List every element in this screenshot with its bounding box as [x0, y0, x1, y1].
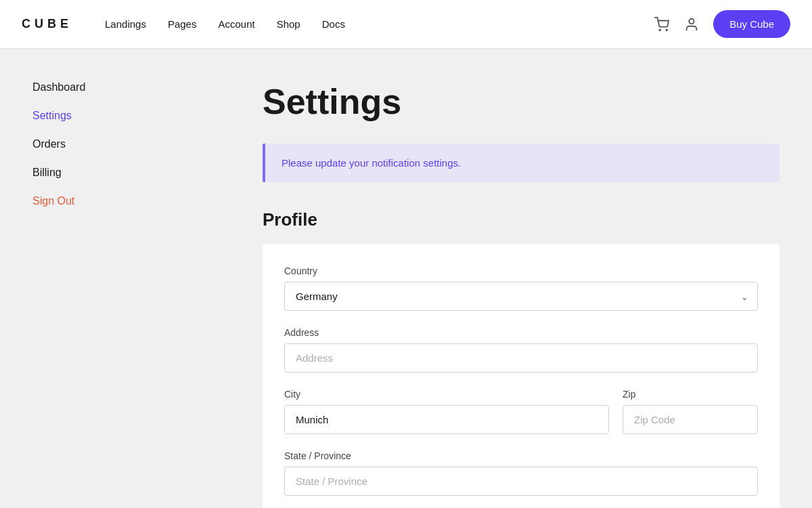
page-layout: Dashboard Settings Orders Billing Sign O…: [0, 49, 812, 508]
state-input[interactable]: [284, 467, 758, 496]
address-input[interactable]: [284, 343, 758, 373]
profile-form-card: Country Germany United States United Kin…: [263, 244, 780, 508]
country-group: Country Germany United States United Kin…: [284, 266, 758, 311]
svg-point-1: [667, 29, 668, 30]
sidebar-item-signout[interactable]: Sign Out: [32, 195, 198, 207]
sidebar-item-dashboard[interactable]: Dashboard: [32, 81, 198, 93]
city-zip-row: City Zip: [284, 389, 758, 450]
notification-message: Please update your notification settings…: [281, 157, 763, 169]
sidebar: Dashboard Settings Orders Billing Sign O…: [0, 49, 230, 508]
header: CUBE Landings Pages Account Shop Docs Bu…: [0, 0, 812, 49]
user-icon[interactable]: [683, 16, 700, 33]
state-label: State / Province: [284, 450, 758, 461]
sidebar-item-orders[interactable]: Orders: [32, 138, 198, 150]
profile-section-title: Profile: [263, 209, 780, 230]
nav-landings[interactable]: Landings: [105, 18, 146, 30]
state-group: State / Province: [284, 450, 758, 496]
city-group: City: [284, 389, 609, 434]
logo: CUBE: [22, 17, 72, 31]
nav-docs[interactable]: Docs: [322, 18, 345, 30]
country-select-wrapper: Germany United States United Kingdom Fra…: [284, 282, 758, 311]
country-label: Country: [284, 266, 758, 276]
sidebar-item-billing[interactable]: Billing: [32, 167, 198, 179]
city-input[interactable]: [284, 405, 609, 434]
page-title: Settings: [263, 81, 780, 122]
svg-point-2: [689, 18, 694, 23]
nav-account[interactable]: Account: [218, 18, 254, 30]
nav-shop[interactable]: Shop: [277, 18, 300, 30]
main-nav: Landings Pages Account Shop Docs: [105, 18, 654, 30]
header-actions: Buy Cube: [654, 10, 790, 38]
cart-icon[interactable]: [654, 16, 670, 33]
main-content: Settings Please update your notification…: [230, 49, 812, 508]
address-label: Address: [284, 327, 758, 338]
buy-cube-button[interactable]: Buy Cube: [713, 10, 790, 38]
zip-label: Zip: [623, 389, 758, 400]
country-select[interactable]: Germany United States United Kingdom Fra…: [284, 282, 758, 311]
notification-banner: Please update your notification settings…: [263, 144, 780, 182]
city-label: City: [284, 389, 609, 400]
svg-point-0: [659, 29, 660, 30]
zip-group: Zip: [623, 389, 758, 434]
sidebar-item-settings[interactable]: Settings: [32, 110, 198, 122]
zip-input[interactable]: [623, 405, 758, 434]
address-group: Address: [284, 327, 758, 373]
nav-pages[interactable]: Pages: [168, 18, 197, 30]
